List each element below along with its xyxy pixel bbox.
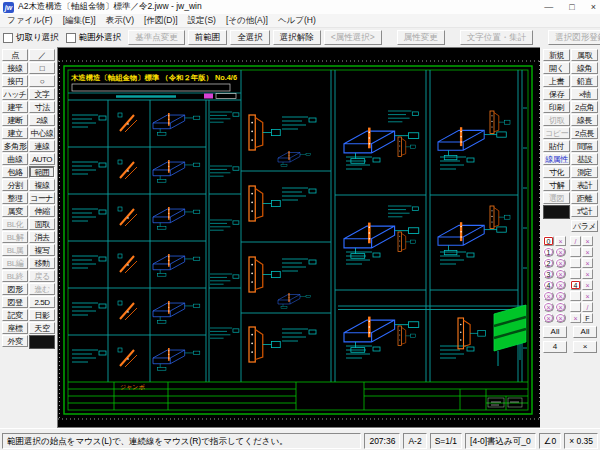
layer-cell[interactable]: ×	[555, 258, 566, 268]
tool-分割[interactable]: 分割	[2, 179, 28, 191]
tool-戻る[interactable]: 戻る	[29, 270, 55, 282]
tool-／[interactable]: ／	[29, 49, 55, 61]
minimize-button[interactable]: —	[544, 1, 553, 14]
layer-cell[interactable]: ×	[543, 313, 554, 323]
tool-多角形[interactable]: 多角形	[2, 140, 28, 152]
tool-座標[interactable]: 座標	[2, 322, 28, 334]
tool-属変[interactable]: 属変	[2, 205, 28, 217]
layer-cell[interactable]: 3	[543, 269, 554, 279]
tool-包絡[interactable]: 包絡	[2, 166, 28, 178]
line-attribute-bar[interactable]	[543, 205, 570, 219]
layer-cell[interactable]: ×	[555, 269, 566, 279]
tool-接円[interactable]: 接円	[2, 75, 28, 87]
tool-2線[interactable]: 2線	[29, 114, 55, 126]
tool-建立[interactable]: 建立	[2, 127, 28, 139]
layer-panel-button-0-1[interactable]: All	[573, 326, 597, 338]
layer-cell[interactable]: 4	[570, 280, 581, 290]
checkbox-box[interactable]	[3, 33, 13, 43]
menu-item-6[interactable]: ヘルプ(H)	[273, 15, 321, 27]
layer-cell[interactable]: ×	[582, 269, 593, 279]
tool-移動[interactable]: 移動	[29, 257, 55, 269]
layer-cell[interactable]	[570, 269, 581, 279]
tool-整理[interactable]: 整理	[2, 192, 28, 204]
tool-複写[interactable]: 複写	[29, 244, 55, 256]
tool-進む[interactable]: 進む	[29, 283, 55, 295]
menu-item-4[interactable]: 設定(S)	[183, 15, 221, 27]
layer-panel-button-0-0[interactable]: All	[543, 326, 567, 338]
layer-cell[interactable]: ×	[582, 247, 593, 257]
layer-cell[interactable]: ×	[555, 291, 566, 301]
layer-cell[interactable]: 2	[543, 258, 554, 268]
tool-伸縮[interactable]: 伸縮	[29, 205, 55, 217]
checkbox-box[interactable]	[66, 33, 76, 43]
layer-cell[interactable]: ×	[555, 280, 566, 290]
tool-ハッチ[interactable]: ハッチ	[2, 88, 28, 100]
tool-寸化[interactable]: 寸化	[543, 166, 570, 178]
layer-cell[interactable]: ×	[570, 313, 581, 323]
menu-item-2[interactable]: 表示(V)	[101, 15, 139, 27]
layer-cell[interactable]: ×	[555, 236, 566, 246]
tool-保存[interactable]: 保存	[543, 88, 570, 100]
tool-貼付[interactable]: 貼付	[543, 140, 570, 152]
tool-表計[interactable]: 表計	[571, 179, 598, 191]
line-attribute-bar[interactable]	[29, 335, 55, 349]
layer-panel-button-1-0[interactable]: 4	[543, 341, 567, 353]
tool-BL編[interactable]: BL編	[2, 257, 28, 269]
layer-cell[interactable]: 0	[543, 236, 554, 246]
tool-連線[interactable]: 連線	[29, 140, 55, 152]
tool-コーナー[interactable]: コーナー	[29, 192, 55, 204]
layer-cell[interactable]: ×	[555, 247, 566, 257]
layer-panel-button-1-1[interactable]: ×	[573, 341, 597, 353]
tool-×軸[interactable]: ×軸	[571, 88, 598, 100]
tool-印刷[interactable]: 印刷	[543, 101, 570, 113]
tool-式計[interactable]: 式計	[571, 205, 598, 217]
layer-cell[interactable]	[570, 302, 581, 312]
tool-中心線[interactable]: 中心線	[29, 127, 55, 139]
layer-cell[interactable]	[570, 291, 581, 301]
tool-基設[interactable]: 基設	[571, 153, 598, 165]
tool-図形[interactable]: 図形	[2, 283, 28, 295]
tool-線属性[interactable]: 線属性	[543, 153, 570, 165]
tool-BL解[interactable]: BL解	[2, 231, 28, 243]
tool-記変[interactable]: 記変	[2, 309, 28, 321]
tool-寸解[interactable]: 寸解	[543, 179, 570, 191]
tool-鉛直[interactable]: 鉛直	[571, 75, 598, 87]
checkbox-範囲外選択[interactable]: 範囲外選択	[66, 32, 122, 44]
layer-cell[interactable]: ×	[582, 280, 593, 290]
tool-点[interactable]: 点	[2, 49, 28, 61]
toolbar-button-選択解除[interactable]: 選択解除	[273, 30, 321, 45]
tool-コピー[interactable]: コピー	[543, 127, 570, 139]
tool-消去[interactable]: 消去	[29, 231, 55, 243]
layer-cell[interactable]: ×	[582, 236, 593, 246]
menu-item-1[interactable]: [編集(E)]	[58, 15, 101, 27]
layer-cell[interactable]	[570, 247, 581, 257]
layer-cell[interactable]: F	[582, 313, 593, 323]
tool-面取[interactable]: 面取	[29, 218, 55, 230]
tool-範囲[interactable]: 範囲	[29, 166, 55, 178]
tool-2点長[interactable]: 2点長	[571, 127, 598, 139]
tool-図登[interactable]: 図登	[2, 296, 28, 308]
tool-選図[interactable]: 選図	[543, 192, 570, 204]
tool-外変[interactable]: 外変	[2, 335, 28, 347]
toolbar-button-全選択[interactable]: 全選択	[230, 30, 270, 45]
tool-BL属[interactable]: BL属	[2, 244, 28, 256]
tool-BL化[interactable]: BL化	[2, 218, 28, 230]
tool-上書[interactable]: 上書	[543, 75, 570, 87]
tool-建平[interactable]: 建平	[2, 101, 28, 113]
tool-文字[interactable]: 文字	[29, 88, 55, 100]
tool-新規[interactable]: 新規	[543, 49, 570, 61]
tool-日影[interactable]: 日影	[29, 309, 55, 321]
tool-切取[interactable]: 切取	[543, 114, 570, 126]
tool-測定[interactable]: 測定	[571, 166, 598, 178]
menu-item-0[interactable]: ファイル(F)	[2, 15, 58, 27]
toolbar-button-前範囲[interactable]: 前範囲	[188, 30, 228, 45]
tool-2.5D[interactable]: 2.5D	[29, 296, 55, 308]
tool-天空[interactable]: 天空	[29, 322, 55, 334]
layer-cell[interactable]: ×	[555, 302, 566, 312]
tool-接線[interactable]: 接線	[2, 62, 28, 74]
layer-cell[interactable]: /	[582, 302, 593, 312]
tool-距離[interactable]: 距離	[571, 192, 598, 204]
tool-パラメ[interactable]: パラメ	[571, 220, 598, 232]
close-button[interactable]: ×	[591, 1, 596, 14]
menu-item-5[interactable]: [その他(A)]	[221, 15, 273, 27]
